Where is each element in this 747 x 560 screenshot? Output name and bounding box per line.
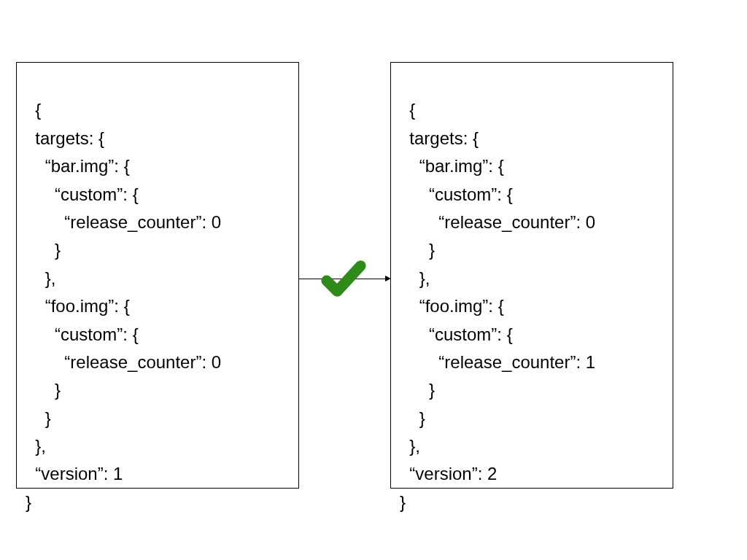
check-icon [318, 253, 369, 304]
json-after-text: { targets: { “bar.img”: { “custom”: { “r… [400, 100, 595, 511]
json-state-before: { targets: { “bar.img”: { “custom”: { “r… [16, 62, 299, 489]
json-state-after: { targets: { “bar.img”: { “custom”: { “r… [390, 62, 673, 489]
json-before-text: { targets: { “bar.img”: { “custom”: { “r… [26, 100, 221, 511]
transition-arrow-head [385, 276, 391, 281]
